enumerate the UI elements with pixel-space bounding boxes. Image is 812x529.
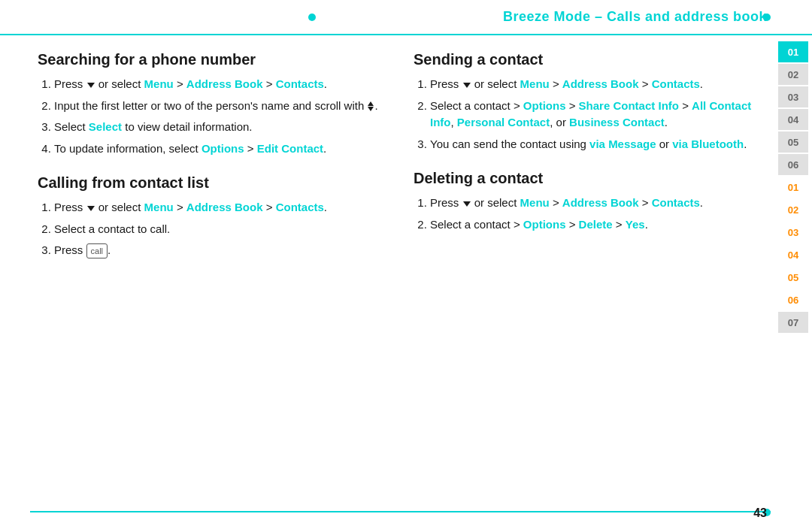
sidebar-item-03-group1[interactable]: 03 [778,86,808,107]
sending-step-2: Select a contact > Options > Share Conta… [430,98,759,131]
arrow-down-icon [87,83,95,88]
sidebar-item-05-group2[interactable]: 05 [778,267,808,288]
address-book-link-4: Address Book [562,196,639,209]
select-link: Select [89,120,122,133]
address-book-link: Address Book [186,77,263,90]
delete-link: Delete [579,218,613,231]
calling-step-3: Press call. [54,242,398,259]
address-book-link-2: Address Book [186,201,263,213]
deleting-heading: Deleting a contact [414,169,759,187]
search-section: Searching for a phone number Press or se… [38,50,398,157]
arrow-down-icon-3 [463,83,471,88]
search-step-2: Input the first letter or two of the per… [54,98,398,115]
contacts-link: Contacts [276,77,324,90]
search-heading: Searching for a phone number [38,50,398,68]
menu-link-2: Menu [144,201,174,213]
options-link-3: Options [523,218,566,231]
page-number: 43 [753,506,767,520]
left-column: Searching for a phone number Press or se… [38,50,398,276]
yes-link: Yes [626,218,645,231]
sidebar-item-03-group2[interactable]: 03 [778,222,808,243]
calling-steps: Press or select Menu > Address Book > Co… [38,199,398,259]
sending-heading: Sending a contact [414,50,759,68]
sending-step-3: You can send the contact using via Messa… [430,136,759,153]
address-book-link-3: Address Book [562,77,639,90]
contacts-link-4: Contacts [652,196,700,209]
contacts-link-2: Contacts [276,201,324,213]
search-steps: Press or select Menu > Address Book > Co… [38,76,398,157]
sending-steps: Press or select Menu > Address Book > Co… [414,76,759,153]
top-bar: Breeze Mode – Calls and address book [0,0,812,35]
deleting-step-2: Select a contact > Options > Delete > Ye… [430,216,759,234]
sidebar-item-06-group1[interactable]: 06 [778,154,808,175]
sidebar-item-01-group2[interactable]: 01 [778,177,808,198]
sending-section: Sending a contact Press or select Menu >… [414,50,759,153]
deleting-step-1: Press or select Menu > Address Book > Co… [430,195,759,212]
sidebar-item-04-group1[interactable]: 04 [778,109,808,130]
sending-step-1: Press or select Menu > Address Book > Co… [430,76,759,93]
arrow-down-icon-4 [463,201,471,207]
top-bar-dot-right [763,14,771,21]
sidebar-item-02-group2[interactable]: 02 [778,199,808,220]
menu-link-4: Menu [520,196,550,209]
sidebar-item-06-group2[interactable]: 06 [778,289,808,310]
search-step-1: Press or select Menu > Address Book > Co… [54,76,398,93]
sidebar-item-07-group2[interactable]: 07 [778,312,808,333]
sidebar-item-01-group1[interactable]: 01 [778,41,808,62]
sidebar-item-05-group1[interactable]: 05 [778,131,808,153]
sidebar-item-04-group2[interactable]: 04 [778,244,808,265]
calling-step-2: Select a contact to call. [54,221,398,238]
sidebar-item-02-group1[interactable]: 02 [778,64,808,85]
deleting-section: Deleting a contact Press or select Menu … [414,169,759,233]
menu-link: Menu [144,77,174,90]
bottom-bar-line [30,511,771,512]
calling-step-1: Press or select Menu > Address Book > Co… [54,199,398,216]
edit-contact-link: Edit Contact [257,142,323,155]
options-link: Options [201,142,244,155]
arrow-updown-icon [368,101,374,111]
right-column: Sending a contact Press or select Menu >… [414,50,759,276]
share-contact-link: Share Contact Info [579,99,679,112]
top-bar-title: Breeze Mode – Calls and address book [503,9,767,25]
options-link-2: Options [523,99,566,112]
contacts-link-3: Contacts [652,77,700,90]
via-message-link: via Message [589,138,656,150]
arrow-down-icon-2 [87,206,95,211]
menu-link-3: Menu [520,77,550,90]
call-button-icon: call [86,243,108,259]
calling-heading: Calling from contact list [38,174,398,192]
main-content: Searching for a phone number Press or se… [0,35,812,283]
sidebar: 01 02 03 04 05 06 01 02 03 04 05 06 07 [774,0,812,529]
business-contact-link: Business Contact [569,116,665,128]
personal-contact-link: Personal Contact [457,116,550,128]
calling-section: Calling from contact list Press or selec… [38,174,398,259]
search-step-3: Select Select to view detail information… [54,119,398,136]
via-bluetooth-link: via Bluetooth [672,138,744,150]
search-step-4: To update information, select Options > … [54,141,398,158]
top-bar-dot-left [308,14,316,21]
deleting-steps: Press or select Menu > Address Book > Co… [414,195,759,233]
